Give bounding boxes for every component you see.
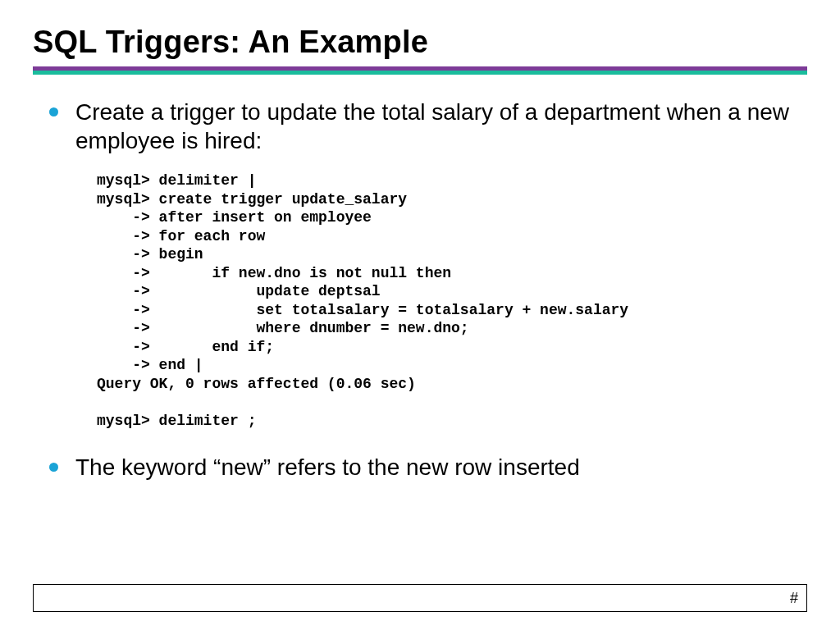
divider [33, 66, 807, 75]
slide: SQL Triggers: An Example Create a trigge… [0, 0, 840, 630]
bullet-list: Create a trigger to update the total sal… [48, 98, 801, 155]
slide-title: SQL Triggers: An Example [33, 25, 807, 60]
page-number: # [790, 590, 798, 607]
slide-body: Create a trigger to update the total sal… [33, 98, 807, 482]
bullet-text: The keyword “new” refers to the new row … [75, 454, 580, 480]
footer: # [33, 584, 807, 612]
bullet-text: Create a trigger to update the total sal… [75, 99, 789, 153]
bullet-item: Create a trigger to update the total sal… [48, 98, 801, 155]
code-content: mysql> delimiter | mysql> create trigger… [97, 171, 801, 430]
divider-bar-teal [33, 71, 807, 75]
code-block: mysql> delimiter | mysql> create trigger… [97, 171, 801, 430]
bullet-list-2: The keyword “new” refers to the new row … [48, 453, 801, 482]
bullet-item: The keyword “new” refers to the new row … [48, 453, 801, 482]
